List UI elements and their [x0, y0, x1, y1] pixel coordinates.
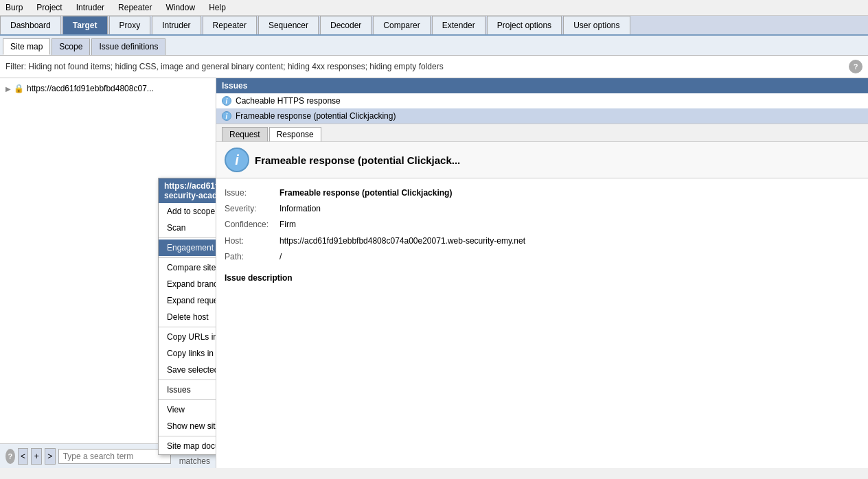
menu-bar: Burp Project Intruder Repeater Window He… [0, 0, 868, 16]
sub-tab-bar: Site map Scope Issue definitions [0, 36, 868, 56]
detail-title-bar: i Frameable response (potential Clickjac… [216, 142, 868, 178]
subtab-scope[interactable]: Scope [52, 38, 90, 55]
tree-host-item[interactable]: ▶ 🔒 https://acd61fd91ebbfbd4808c07... [0, 81, 216, 96]
menu-intruder[interactable]: Intruder [73, 1, 107, 14]
detail-value-severity: Information [279, 202, 321, 215]
tab-user-options[interactable]: User options [563, 16, 630, 34]
filter-bar: Filter: Hiding not found items; hiding C… [0, 56, 868, 78]
detail-row-confidence: Confidence: Firm [225, 218, 860, 231]
context-menu-site-map-documentation[interactable]: Site map documentation [159, 438, 216, 454]
context-menu-expand-requested-items[interactable]: Expand requested items [159, 292, 216, 309]
context-menu-view[interactable]: View ▶ [159, 401, 216, 418]
issue-icon-info-2: i [222, 111, 231, 121]
context-menu-issues[interactable]: Issues ▶ [159, 382, 216, 398]
context-menu-header: https://acd61fd91ebbfbd4808c...071.web-s… [159, 178, 216, 203]
detail-label-confidence: Confidence: [225, 218, 279, 231]
detail-row-severity: Severity: Information [225, 202, 860, 215]
detail-label-issue: Issue: [225, 187, 279, 200]
context-menu-engagement-tools[interactable]: Engagement tools ▶ [159, 240, 216, 256]
context-menu-compare-site-maps[interactable]: Compare site maps [159, 259, 216, 276]
prev-button[interactable]: < [18, 448, 29, 465]
context-menu-add-to-scope[interactable]: Add to scope [159, 203, 216, 220]
separator-3 [159, 327, 216, 327]
detail-panel: i Frameable response (potential Clickjac… [216, 142, 868, 468]
lock-icon: 🔒 [14, 84, 24, 93]
main-tab-bar: Dashboard Target Proxy Intruder Repeater… [0, 16, 868, 36]
subtab-site-map[interactable]: Site map [3, 38, 50, 55]
context-menu-copy-urls[interactable]: Copy URLs in this host [159, 329, 216, 345]
menu-burp[interactable]: Burp [3, 1, 25, 14]
detail-row-issue: Issue: Frameable response (potential Cli… [225, 187, 860, 200]
detail-value-confidence: Firm [279, 218, 296, 231]
menu-help[interactable]: Help [206, 1, 229, 14]
separator-4 [159, 379, 216, 380]
detail-row-host: Host: https://acd61fd91ebbfbd4808c074a00… [225, 235, 860, 248]
issues-list: i Cacheable HTTPS response i Frameable r… [216, 93, 868, 124]
tab-dashboard[interactable]: Dashboard [0, 16, 61, 34]
detail-label-path: Path: [225, 250, 279, 264]
req-resp-tabs: Request Response [216, 124, 868, 142]
add-button[interactable]: + [31, 448, 42, 465]
tab-extender[interactable]: Extender [432, 16, 486, 34]
detail-value-path: / [279, 250, 282, 264]
tab-proxy[interactable]: Proxy [109, 16, 151, 34]
filter-text: Filter: Hiding not found items; hiding C… [5, 62, 444, 71]
separator-6 [159, 436, 216, 436]
tab-project-options[interactable]: Project options [487, 16, 562, 34]
tab-repeater[interactable]: Repeater [203, 16, 257, 34]
context-menu-expand-branch[interactable]: Expand branch [159, 276, 216, 292]
issues-section: Issues i Cacheable HTTPS response i Fram… [216, 78, 868, 124]
issue-label-cacheable: Cacheable HTTPS response [236, 96, 341, 106]
detail-label-severity: Severity: [225, 202, 279, 215]
search-input[interactable] [58, 449, 171, 464]
tab-decoder[interactable]: Decoder [320, 16, 372, 34]
tab-comparer[interactable]: Comparer [373, 16, 430, 34]
tab-intruder[interactable]: Intruder [152, 16, 201, 34]
issue-icon-info: i [222, 96, 231, 106]
detail-title-text: Frameable response (potential Clickjack.… [255, 154, 460, 166]
context-menu: https://acd61fd91ebbfbd4808c...071.web-s… [158, 178, 216, 455]
detail-value-host: https://acd61fd91ebbfbd4808c074a00e20071… [279, 235, 525, 248]
expand-icon: ▶ [5, 85, 11, 93]
menu-project[interactable]: Project [34, 1, 65, 14]
context-menu-save-selected-items[interactable]: Save selected items [159, 362, 216, 378]
issue-item-frameable[interactable]: i Frameable response (potential Clickjac… [216, 108, 868, 124]
tab-target[interactable]: Target [62, 16, 108, 34]
main-content: ▶ 🔒 https://acd61fd91ebbfbd4808c07... ht… [0, 78, 868, 468]
context-menu-copy-links[interactable]: Copy links in this host [159, 345, 216, 362]
tab-response[interactable]: Response [269, 127, 321, 141]
separator-5 [159, 399, 216, 400]
left-panel: ▶ 🔒 https://acd61fd91ebbfbd4808c07... ht… [0, 78, 216, 468]
issue-item-cacheable[interactable]: i Cacheable HTTPS response [216, 93, 868, 108]
detail-value-issue: Frameable response (potential Clickjacki… [279, 187, 452, 200]
menu-repeater[interactable]: Repeater [115, 1, 155, 14]
filter-help-button[interactable]: ? [849, 60, 863, 73]
context-menu-delete-host[interactable]: Delete host [159, 309, 216, 325]
issue-label-frameable: Frameable response (potential Clickjacki… [236, 111, 396, 121]
issues-header: Issues [216, 78, 868, 93]
left-help-button[interactable]: ? [5, 449, 15, 464]
detail-icon: i [225, 148, 249, 172]
context-menu-show-new-site-map-window[interactable]: Show new site map window [159, 418, 216, 434]
next-button[interactable]: > [45, 448, 56, 465]
detail-label-host: Host: [225, 235, 279, 248]
tab-request[interactable]: Request [222, 127, 268, 141]
separator-2 [159, 257, 216, 258]
issue-description-header: Issue description [225, 272, 860, 285]
tab-sequencer[interactable]: Sequencer [258, 16, 319, 34]
detail-body: Issue: Frameable response (potential Cli… [216, 178, 868, 293]
separator-1 [159, 237, 216, 238]
tree-area: ▶ 🔒 https://acd61fd91ebbfbd4808c07... [0, 78, 216, 99]
menu-window[interactable]: Window [163, 1, 198, 14]
detail-row-path: Path: / [225, 250, 860, 264]
host-url: https://acd61fd91ebbfbd4808c07... [27, 84, 154, 93]
context-menu-scan[interactable]: Scan [159, 220, 216, 236]
subtab-issue-definitions[interactable]: Issue definitions [91, 38, 165, 55]
right-panel: Issues i Cacheable HTTPS response i Fram… [216, 78, 868, 468]
